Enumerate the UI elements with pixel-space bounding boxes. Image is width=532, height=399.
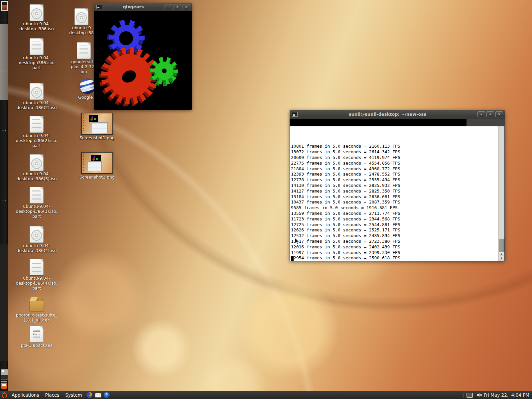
firefox-icon[interactable] — [86, 392, 93, 398]
minimize-button[interactable]: – — [165, 4, 172, 10]
terminal-output-line: 22775 frames in 5.0 seconds = 4554.856 F… — [291, 161, 400, 166]
thumb-icon-column — [83, 154, 84, 171]
terminal-output-line: 12725 frames in 5.0 seconds = 2544.881 F… — [291, 222, 400, 228]
terminal-screen[interactable]: 10801 frames in 5.0 seconds = 2160.113 F… — [290, 126, 504, 261]
terminal-scrollbar[interactable]: ▲ ▼ — [498, 126, 504, 261]
glxgears-window[interactable]: glxgears – ∧ × — [94, 3, 192, 110]
icon-label: phoronix-test-suite_ 1.8.1_all.deb — [16, 313, 58, 323]
applet-handle-dots — [2, 71, 6, 72]
terminal-output-line: 21804 frames in 5.0 seconds = 4360.772 F… — [291, 166, 400, 172]
terminal-output-line: 20600 frames in 5.0 seconds = 4119.974 F… — [291, 155, 400, 161]
desktop-background: ubuntu-9.04- desktop-i386.iso ubuntu-9.0… — [0, 0, 532, 399]
desktop-icon-ubuntu-iso-2-part[interactable]: ubuntu-9.04- desktop-i386(2).iso. part — [12, 116, 62, 148]
icon-label: ubuntu-9.04- desktop-i386.iso. part — [19, 56, 54, 70]
thumb-gears-window — [89, 115, 98, 122]
icon-label: pts-1.8packaes — [21, 343, 52, 348]
maximize-button[interactable]: ∧ — [174, 4, 181, 10]
icon-label: ubuntu-9.04- desktop-i386.iso — [19, 22, 54, 32]
menu-system[interactable]: System — [62, 391, 85, 399]
icon-label: ubuntu-9.04- desktop-i386(4).iso. part — [16, 276, 58, 291]
icon-label: ubuntu-9.04- desktop-i386(2).iso — [16, 100, 57, 110]
terminal-output-line: 12778 frames in 5.0 seconds = 2555.494 F… — [291, 177, 400, 183]
bin-file-icon — [76, 43, 92, 59]
terminal-output-line: 12532 frames in 5.0 seconds = 2485.894 F… — [291, 233, 400, 239]
icon-label: googleearth plus-4.3.728 bin — [71, 60, 97, 74]
applet-handle-dots — [2, 130, 6, 131]
thumb-white-window — [92, 122, 108, 133]
desktop-icon-ubuntu-iso-2[interactable]: ubuntu-9.04- desktop-i386(2).iso — [12, 83, 62, 110]
window-title: sunil@sunil-desktop: ~/new-oss — [299, 112, 476, 117]
trash-lid — [1, 381, 7, 382]
mouse-pointer — [295, 237, 300, 246]
close-button[interactable]: × — [183, 4, 190, 10]
terminal-output-line: 9585 frames in 5.0 seconds = 1916.881 FP… — [291, 205, 400, 211]
google-earth-globe-icon — [79, 78, 95, 94]
workspace-switcher-icon[interactable] — [1, 369, 8, 380]
terminal-output-line: 13617 frames in 5.0 seconds = 2723.380 F… — [291, 239, 400, 244]
partial-file-icon — [29, 39, 45, 55]
volume-icon[interactable] — [476, 392, 483, 398]
desktop-icon-phoronix-deb[interactable]: phoronix-test-suite_ 1.8.1_all.deb — [12, 296, 62, 323]
help-icon[interactable]: ? — [103, 392, 110, 398]
panel-applet-area[interactable] — [0, 24, 8, 100]
terminal-output-line: 13184 frames in 5.0 seconds = 2636.681 F… — [291, 194, 400, 200]
iso-file-icon — [29, 5, 45, 21]
panel-applet-area-lower[interactable] — [0, 244, 8, 361]
thumb-white-window — [88, 161, 102, 171]
desktop-icon-pts-package[interactable]: WARNI For p ===== pts-1.8packaes — [12, 326, 62, 348]
terminal-black-strip — [290, 119, 466, 126]
deb-package-icon — [29, 296, 45, 312]
bottom-panel[interactable]: Applications Places System ? — [0, 391, 532, 399]
terminal-titlebar[interactable]: sunil@sunil-desktop: ~/new-oss – ∧ × — [290, 110, 505, 119]
partial-file-icon — [29, 259, 45, 275]
terminal-output-line: 12626 frames in 5.0 seconds = 2525.171 F… — [291, 227, 400, 233]
icon-label: ubuntu-9.04- desktop-i386(2).iso. part — [16, 133, 58, 148]
text-file-icon: WARNI For p ===== — [29, 326, 45, 342]
terminal-output-line: 14130 frames in 5.0 seconds = 2825.932 F… — [291, 183, 400, 189]
terminal-output-line: 12016 frames in 5.0 seconds = 2402.439 F… — [291, 244, 400, 250]
close-button[interactable]: × — [495, 111, 503, 117]
desktop-icon-ubuntu-iso-3[interactable]: ubuntu-9.04- desktop-i386(3).iso — [12, 155, 62, 182]
icon-label: Screenshot2.png — [79, 175, 115, 180]
glxgears-titlebar[interactable]: glxgears – ∧ × — [94, 3, 192, 11]
scrollbar-thumb[interactable] — [499, 239, 504, 252]
desktop-icon-ubuntu-iso-3-part[interactable]: ubuntu-9.04- desktop-i386(3).iso. part — [12, 187, 62, 219]
icon-label: ubuntu-9.04- desktop-i386(4).iso — [16, 243, 57, 253]
mail-icon[interactable] — [95, 392, 101, 398]
terminal-icon — [292, 112, 298, 117]
trash-icon[interactable] — [1, 381, 7, 390]
thumb-icon-column — [83, 114, 84, 132]
panel-drag-handle[interactable] — [1, 19, 7, 20]
desktop-icon-ubuntu-iso-part[interactable]: ubuntu-9.04- desktop-i386.iso. part — [12, 39, 62, 70]
terminal-output-line: 11723 frames in 5.0 seconds = 2344.568 F… — [291, 216, 400, 222]
maximize-button[interactable]: ∧ — [486, 111, 494, 117]
panel-clock[interactable]: Fri May 22, 4:04 PM — [484, 391, 529, 399]
applet-handle-dots — [2, 200, 6, 201]
left-edge-panel[interactable] — [0, 0, 8, 391]
scroll-up-button[interactable]: ▲ — [499, 252, 504, 256]
partial-file-icon — [29, 187, 45, 203]
help-glyph: ? — [104, 392, 110, 398]
ubuntu-logo-icon[interactable] — [1, 392, 8, 398]
desktop-icon-ubuntu-iso[interactable]: ubuntu-9.04- desktop-i386.iso — [12, 5, 62, 32]
scroll-down-button[interactable]: ▼ — [499, 256, 504, 261]
desktop-icon-screenshot1[interactable]: Screenshot1.png — [72, 113, 122, 141]
wallpaper-thumbnail-icon[interactable] — [1, 1, 8, 11]
window-icon — [96, 5, 102, 9]
menu-applications[interactable]: Applications — [9, 391, 42, 399]
panel-handle-dots[interactable] — [463, 392, 464, 398]
terminal-output-line: 10801 frames in 5.0 seconds = 2160.113 F… — [291, 144, 400, 149]
icon-label: ubuntu-9.04- desktop-i386(3).iso — [16, 172, 57, 182]
desktop-icon-ubuntu-iso-4-part[interactable]: ubuntu-9.04- desktop-i386(4).iso. part — [12, 259, 62, 291]
window-selector-icon[interactable] — [466, 393, 473, 398]
desktop-icon-screenshot2[interactable]: Screenshot2.png — [72, 152, 122, 180]
terminal-output-line: 14127 frames in 5.0 seconds = 2825.350 F… — [291, 189, 400, 194]
icon-label: ubuntu-9.04- desktop-i386(3).iso. part — [16, 204, 58, 219]
terminal-output-line: 12954 frames in 5.0 seconds = 2590.618 F… — [291, 255, 400, 261]
window-title: glxgears — [103, 4, 163, 9]
menu-places[interactable]: Places — [42, 391, 62, 399]
desktop-icon-ubuntu-iso-4[interactable]: ubuntu-9.04- desktop-i386(4).iso — [12, 226, 62, 253]
terminal-window[interactable]: sunil@sunil-desktop: ~/new-oss – ∧ × 108… — [290, 110, 505, 261]
minimize-button[interactable]: – — [477, 111, 485, 117]
green-gear-hole — [162, 68, 167, 73]
